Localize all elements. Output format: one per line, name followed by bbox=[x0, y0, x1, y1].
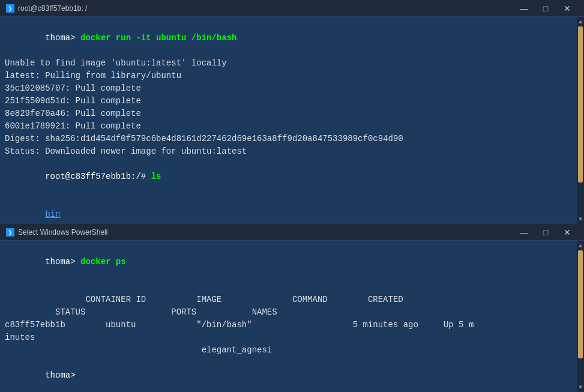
bottom-data-3: elegant_agnesi bbox=[5, 344, 579, 357]
bottom-cmd-1: docker ps bbox=[80, 257, 126, 267]
line-3: latest: Pulling from library/ubuntu bbox=[5, 70, 579, 82]
prompt-2: root@c83ff57ebb1b:/# bbox=[45, 172, 151, 181]
bottom-line-blank bbox=[5, 281, 579, 294]
top-min-button[interactable]: — bbox=[513, 0, 535, 17]
top-scroll-up[interactable]: ▲ bbox=[577, 17, 584, 26]
bottom-panel-title: Select Windows PowerShell bbox=[18, 228, 107, 237]
bottom-panel-title-left: ❯ Select Windows PowerShell bbox=[6, 228, 107, 237]
main-window: ❯ root@c83ff57ebb1b: / — □ ✕ thoma> dock… bbox=[0, 0, 584, 392]
line-7: 6001e1789921: Pull complete bbox=[5, 120, 579, 133]
bottom-data-1: c83ff57ebb1b ubuntu "/bin/bash" 5 minute… bbox=[5, 319, 579, 331]
ls-bin: bin bbox=[45, 210, 60, 219]
top-max-button[interactable]: □ bbox=[535, 0, 556, 17]
bottom-terminal-content: thoma> docker ps CONTAINER ID IMAGE COMM… bbox=[0, 241, 584, 392]
bottom-scrollbar-track[interactable]: ▲ ▼ bbox=[577, 241, 584, 392]
bottom-data-2: inutes bbox=[5, 331, 579, 344]
line-2: Unable to find image 'ubuntu:latest' loc… bbox=[5, 57, 579, 70]
top-terminal-panel: ❯ root@c83ff57ebb1b: / — □ ✕ thoma> dock… bbox=[0, 0, 584, 224]
bottom-max-button[interactable]: □ bbox=[535, 224, 556, 241]
cmd-1: docker run -it ubuntu /bin/bash bbox=[80, 33, 236, 43]
bottom-scroll-thumb[interactable] bbox=[578, 250, 583, 358]
top-panel-title-bar: ❯ root@c83ff57ebb1b: / — □ ✕ bbox=[0, 0, 584, 17]
bottom-panel-buttons: — □ ✕ bbox=[513, 224, 578, 241]
top-panel-buttons: — □ ✕ bbox=[513, 0, 578, 17]
top-terminal-content: thoma> docker run -it ubuntu /bin/bash U… bbox=[0, 17, 584, 224]
line-5: 251f5509d51d: Pull complete bbox=[5, 95, 579, 107]
bottom-prompt-line: thoma> bbox=[5, 357, 579, 392]
line-4: 35c102085707: Pull complete bbox=[5, 82, 579, 95]
top-scroll-thumb[interactable] bbox=[578, 26, 583, 182]
top-panel-title: root@c83ff57ebb1b: / bbox=[18, 4, 87, 13]
line-11-ls: bin dev home lib64 mnt proc run srv tmp bbox=[5, 196, 579, 224]
bottom-line-1: thoma> docker ps bbox=[5, 243, 579, 281]
bottom-close-button[interactable]: ✕ bbox=[556, 224, 578, 241]
line-1: thoma> docker run -it ubuntu /bin/bash bbox=[5, 19, 579, 57]
top-close-button[interactable]: ✕ bbox=[556, 0, 578, 17]
top-scroll-down[interactable]: ▼ bbox=[577, 214, 584, 224]
prompt-1: thoma> bbox=[45, 33, 80, 43]
line-8: Digest: sha256:d1d454df0f579c6be4d8161d2… bbox=[5, 133, 579, 145]
line-9: Status: Downloaded newer image for ubunt… bbox=[5, 145, 579, 158]
bottom-panel-title-bar: ❯ Select Windows PowerShell — □ ✕ bbox=[0, 224, 584, 241]
bottom-header-2: STATUS PORTS NAMES bbox=[5, 306, 579, 319]
line-6: 8e829fe70a46: Pull complete bbox=[5, 107, 579, 120]
bottom-prompt-2: thoma> bbox=[45, 370, 75, 380]
bottom-scroll-up[interactable]: ▲ bbox=[577, 241, 584, 250]
bottom-terminal-panel: ❯ Select Windows PowerShell — □ ✕ thoma>… bbox=[0, 224, 584, 392]
bottom-panel-icon: ❯ bbox=[6, 228, 14, 237]
cmd-2: ls bbox=[151, 172, 161, 181]
bottom-min-button[interactable]: — bbox=[513, 224, 535, 241]
top-scrollbar-track[interactable]: ▲ ▼ bbox=[577, 17, 584, 224]
bottom-prompt-1: thoma> bbox=[45, 257, 80, 267]
line-10: root@c83ff57ebb1b:/# ls bbox=[5, 158, 579, 196]
bottom-header-1: CONTAINER ID IMAGE COMMAND CREATED bbox=[5, 294, 579, 306]
bottom-scroll-down[interactable]: ▼ bbox=[577, 382, 584, 392]
top-panel-title-left: ❯ root@c83ff57ebb1b: / bbox=[6, 4, 87, 13]
top-panel-icon: ❯ bbox=[6, 4, 14, 13]
